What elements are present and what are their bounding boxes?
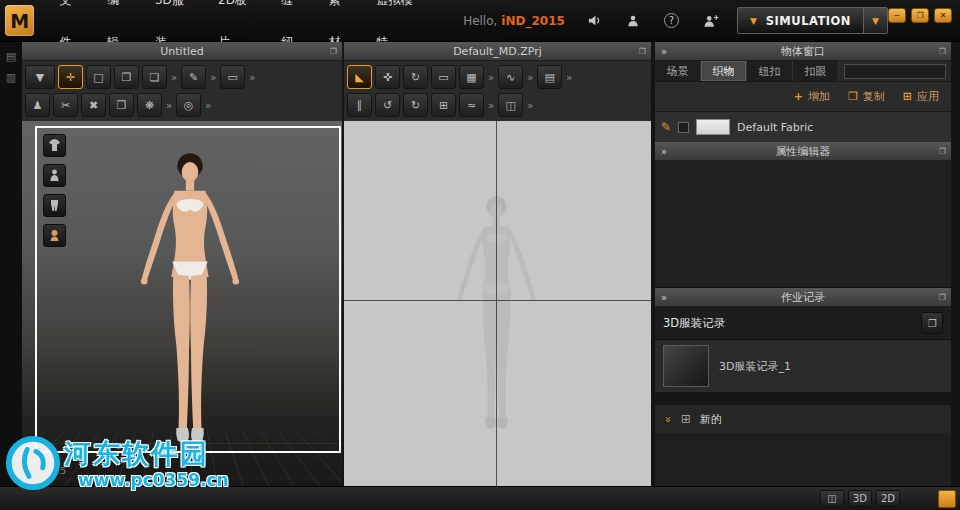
overflow-chevron[interactable]: » xyxy=(487,72,495,83)
app-logo[interactable]: M xyxy=(5,5,34,36)
add-label: 增加 xyxy=(808,89,830,104)
edit-pencil-icon[interactable]: ✎ xyxy=(661,120,671,134)
sound-button[interactable] xyxy=(587,13,602,28)
overflow-chevron[interactable]: » xyxy=(165,100,173,111)
box-transform-tool[interactable]: ❐ xyxy=(114,65,139,89)
scissors-tool[interactable]: ✂ xyxy=(53,93,78,117)
rotate-tool[interactable]: ↻ xyxy=(403,65,428,89)
tab-扣眼[interactable]: 扣眼 xyxy=(793,61,839,81)
detach-panel-icon[interactable]: ❐ xyxy=(939,293,946,302)
marquee-select-tool[interactable]: □ xyxy=(86,65,111,89)
tab-场景[interactable]: 场景 xyxy=(655,61,701,81)
box-tool[interactable]: ▭ xyxy=(431,65,456,89)
walk-avatar-tool[interactable]: ♟ xyxy=(25,93,50,117)
add-new-icon[interactable]: ⊞ xyxy=(681,412,691,426)
expand-down-icon[interactable]: » xyxy=(662,416,675,423)
mirror-tool[interactable]: ◫ xyxy=(498,93,523,117)
object-window-header[interactable]: » 物体窗口 ❐ xyxy=(655,42,951,61)
tab-纽扣[interactable]: 纽扣 xyxy=(747,61,793,81)
username[interactable]: iND_2015 xyxy=(501,14,565,28)
overflow-chevron[interactable]: » xyxy=(565,72,573,83)
close-button[interactable]: ✕ xyxy=(934,8,952,23)
cross-tool[interactable]: ✖ xyxy=(81,93,106,117)
invite-button[interactable] xyxy=(703,14,719,28)
collapse-chevron-icon[interactable]: » xyxy=(661,292,667,303)
rotate-left-tool[interactable]: ↺ xyxy=(375,93,400,117)
panel-3d-titlebar[interactable]: Untitled ❐ xyxy=(22,42,342,61)
empty-field[interactable] xyxy=(844,64,946,79)
simulation-button[interactable]: ▼ SIMULATION ▼ xyxy=(737,7,888,34)
avatar-3d[interactable] xyxy=(117,149,263,453)
layout-toggle-button[interactable]: ◫ xyxy=(820,490,844,507)
dock-tab-2-icon[interactable]: ▥ xyxy=(6,71,16,84)
collapse-chevron-icon[interactable]: » xyxy=(661,146,667,157)
overflow-chevron[interactable]: » xyxy=(209,72,217,83)
account-button[interactable] xyxy=(626,14,640,28)
tab-织物[interactable]: 织物 xyxy=(701,61,747,81)
box-tool[interactable]: ▭ xyxy=(220,65,245,89)
simulation-dropdown[interactable]: ▼ xyxy=(863,8,887,33)
apply-fabric-button[interactable]: ⊞ 应用 xyxy=(901,89,941,104)
panel-2d-titlebar[interactable]: Default_MD.ZPrj ❐ xyxy=(344,42,651,61)
view-2d-button[interactable]: 2D xyxy=(876,490,900,507)
history-header[interactable]: » 作业记录 ❐ xyxy=(655,288,951,307)
dual-pane-icon: ◫ xyxy=(827,493,836,504)
overflow-chevron[interactable]: » xyxy=(170,72,178,83)
seam-tool[interactable]: ∥ xyxy=(347,93,372,117)
viewport-stats: 2.5 xyxy=(52,466,66,476)
viewport-2d[interactable] xyxy=(344,121,651,486)
detach-panel-icon[interactable]: ❐ xyxy=(330,47,337,56)
overflow-chevron[interactable]: » xyxy=(487,100,495,111)
maximize-button[interactable]: ❐ xyxy=(911,8,929,23)
wave-tool-icon: ≈ xyxy=(467,99,476,112)
overflow-chevron[interactable]: » xyxy=(204,100,212,111)
viewport-3d[interactable]: 2.5 xyxy=(22,121,342,486)
dock-tab-1-icon[interactable]: ▤ xyxy=(6,50,16,63)
fabric-checkbox[interactable] xyxy=(678,122,689,133)
avatar-display-menu[interactable]: ▼ xyxy=(25,65,55,89)
rotate-tool[interactable]: ↻ xyxy=(403,93,428,117)
show-garment-toggle[interactable] xyxy=(43,134,66,157)
show-skin-toggle[interactable] xyxy=(43,224,66,247)
stack-tool[interactable]: ❒ xyxy=(109,93,134,117)
corner-accent-button[interactable] xyxy=(938,490,956,508)
fabric-name: Default Fabric xyxy=(737,121,813,134)
history-item[interactable]: 3D服装记录_1 xyxy=(655,339,951,393)
select-move-tool[interactable]: ✛ xyxy=(58,65,83,89)
mesh-tool[interactable]: ▦ xyxy=(459,65,484,89)
fabric-list-item[interactable]: ✎ Default Fabric xyxy=(655,112,951,142)
minimize-button[interactable]: ─ xyxy=(888,8,906,23)
detach-panel-icon[interactable]: ❐ xyxy=(939,47,946,56)
detach-panel-icon[interactable]: ❐ xyxy=(639,47,646,56)
add-fabric-button[interactable]: + 增加 xyxy=(792,89,832,104)
property-editor-header[interactable]: » 属性编辑器 ❐ xyxy=(655,142,951,161)
titlebar-icons: ? xyxy=(587,13,719,28)
overflow-chevron[interactable]: » xyxy=(526,72,534,83)
collapse-chevron-icon[interactable]: » xyxy=(661,46,667,57)
show-avatar-toggle[interactable] xyxy=(43,164,66,187)
folder-open-tool[interactable]: ▤ xyxy=(537,65,562,89)
fabric-swatch[interactable] xyxy=(696,119,730,135)
new-record-row[interactable]: » ⊞ 新的 xyxy=(655,405,951,433)
axis-vertical xyxy=(496,121,497,486)
add-point-tool[interactable]: ⊞ xyxy=(431,93,456,117)
overflow-chevron[interactable]: » xyxy=(526,100,534,111)
overflow-chevron[interactable]: » xyxy=(248,72,256,83)
help-button[interactable]: ? xyxy=(664,13,679,28)
detach-panel-icon[interactable]: ❐ xyxy=(939,147,946,156)
main-area: ▤ ▥ Untitled ❐ ▼✛□❐❏»✎»▭» ♟✂✖❒❋»◎» xyxy=(0,42,960,486)
pattern-move-tool[interactable]: ✜ xyxy=(375,65,400,89)
gear-tool[interactable]: ❋ xyxy=(137,93,162,117)
copy-pattern-tool[interactable]: ❏ xyxy=(142,65,167,89)
curve-tool[interactable]: ∿ xyxy=(498,65,523,89)
show-accessories-toggle[interactable] xyxy=(43,194,66,217)
add-record-button[interactable]: ❒ xyxy=(921,312,943,334)
target-tool[interactable]: ◎ xyxy=(176,93,201,117)
copy-fabric-button[interactable]: ❐ 复制 xyxy=(846,89,887,104)
wave-tool[interactable]: ≈ xyxy=(459,93,484,117)
view-3d-button[interactable]: 3D xyxy=(848,490,872,507)
pattern-edit-tool[interactable]: ◣ xyxy=(347,65,372,89)
speaker-icon xyxy=(587,13,602,28)
sidebar: » 物体窗口 ❐ 场景织物纽扣扣眼 + 增加 ❐ 复制 xyxy=(655,42,951,486)
pen-tool[interactable]: ✎ xyxy=(181,65,206,89)
